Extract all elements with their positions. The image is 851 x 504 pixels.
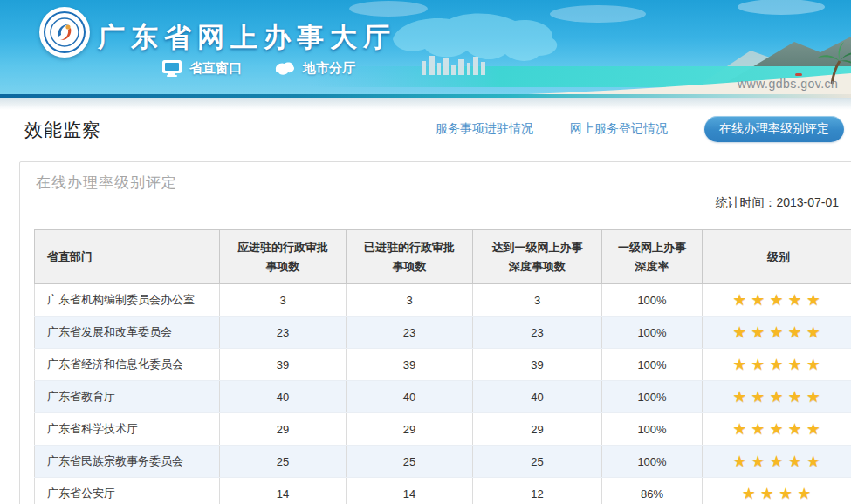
nav-item-label: 地市分厅 — [303, 60, 355, 77]
star-icons: ★★★★★ — [732, 388, 825, 405]
dept-cell: 广东省教育厅 — [35, 381, 220, 413]
reached-cell: 3 — [473, 284, 602, 317]
should-enter-cell: 3 — [220, 284, 347, 317]
site-title: 广东省网上办事大厅 — [98, 19, 396, 56]
rate-cell: 86% — [602, 478, 703, 504]
stat-time: 统计时间：2013-07-01 — [20, 195, 839, 211]
entered-cell: 14 — [347, 478, 473, 504]
dept-cell: 广东省经济和信息化委员会 — [35, 349, 220, 381]
reached-cell: 12 — [473, 478, 602, 504]
should-enter-cell: 14 — [220, 478, 347, 504]
entered-cell: 39 — [347, 349, 473, 381]
col-header-depth-rate: 一级网上办事 深度率 — [602, 230, 703, 284]
rate-cell: 100% — [602, 413, 703, 446]
star-icons: ★★★★★ — [732, 291, 825, 309]
star-icons: ★★★★★ — [732, 356, 825, 373]
table-row: 广东省发展和改革委员会232323100%★★★★★ — [35, 317, 851, 349]
table-row: 广东省民族宗教事务委员会252525100%★★★★★ — [35, 446, 851, 478]
rate-cell: 100% — [602, 284, 703, 317]
should-enter-cell: 25 — [220, 446, 347, 478]
nav-item-label: 省直窗口 — [189, 60, 242, 77]
table-body: 广东省机构编制委员会办公室333100%★★★★★广东省发展和改革委员会2323… — [35, 284, 851, 504]
star-rating-cell: ★★★★★ — [703, 349, 851, 381]
reached-cell: 23 — [473, 317, 602, 349]
panel-title: 在线办理率级别评定 — [36, 173, 177, 193]
rating-table: 省直部门 应进驻的行政审批 事项数 已进驻的行政审批 事项数 达到一级网上办事 … — [34, 229, 851, 504]
tab-online-rate-rating-active[interactable]: 在线办理率级别评定 — [704, 116, 844, 142]
section-tabs: 服务事项进驻情况 网上服务登记情况 在线办理率级别评定 — [436, 117, 844, 141]
col-header-level: 级别 — [703, 230, 851, 284]
star-rating-cell: ★★★★★ — [703, 413, 851, 446]
entered-cell: 23 — [347, 317, 473, 349]
star-icons: ★★★★★ — [732, 420, 825, 438]
col-header-should-enter: 应进驻的行政审批 事项数 — [220, 230, 347, 284]
star-icons: ★★★★★ — [732, 324, 825, 341]
reached-cell: 29 — [473, 413, 602, 446]
dept-cell: 广东省公安厅 — [35, 478, 220, 504]
star-rating-cell: ★★★★ — [703, 478, 851, 504]
reached-cell: 25 — [473, 446, 602, 478]
star-rating-cell: ★★★★★ — [703, 381, 851, 413]
nav-item-city-branch[interactable]: 地市分厅 — [273, 59, 355, 77]
dept-cell: 广东省科学技术厅 — [35, 413, 220, 446]
star-rating-cell: ★★★★★ — [703, 446, 851, 478]
page-title: 效能监察 — [24, 118, 101, 142]
tab-online-registration-status[interactable]: 网上服务登记情况 — [570, 121, 668, 137]
map-icon — [273, 59, 296, 77]
dept-cell: 广东省民族宗教事务委员会 — [35, 446, 220, 478]
table-row: 广东省教育厅404040100%★★★★★ — [35, 381, 851, 413]
col-header-department: 省直部门 — [35, 230, 220, 284]
entered-cell: 3 — [347, 284, 473, 317]
rate-cell: 100% — [602, 446, 703, 478]
banner-nav: 省直窗口 地市分厅 — [161, 59, 355, 77]
stat-time-value: 2013-07-01 — [776, 195, 839, 209]
entered-cell: 25 — [347, 446, 473, 478]
monitor-icon — [161, 59, 182, 77]
star-rating-cell: ★★★★★ — [703, 317, 851, 349]
table-row: 广东省经济和信息化委员会393939100%★★★★★ — [35, 349, 851, 381]
table-row: 广东省公安厅14141286%★★★★ — [35, 478, 851, 504]
rate-cell: 100% — [602, 317, 703, 349]
star-icons: ★★★★★ — [732, 453, 825, 470]
dept-cell: 广东省机构编制委员会办公室 — [35, 284, 220, 317]
entered-cell: 40 — [347, 381, 473, 413]
rate-cell: 100% — [602, 381, 703, 413]
dept-cell: 广东省发展和改革委员会 — [35, 317, 220, 349]
should-enter-cell: 29 — [220, 413, 347, 446]
banner-fade — [0, 98, 851, 110]
reached-cell: 39 — [473, 349, 602, 381]
site-banner: 广东省网上办事大厅 省直窗口 地市分厅 www.gdbs.gov.cn — [0, 0, 851, 94]
page: 广东省网上办事大厅 省直窗口 地市分厅 www.gdbs.gov.cn — [0, 0, 851, 504]
col-header-entered: 已进驻的行政审批 事项数 — [347, 230, 473, 284]
should-enter-cell: 23 — [220, 317, 347, 349]
star-rating-cell: ★★★★★ — [703, 284, 851, 317]
logo-swirl-icon — [50, 17, 79, 47]
table-header-row: 省直部门 应进驻的行政审批 事项数 已进驻的行政审批 事项数 达到一级网上办事 … — [35, 230, 851, 284]
star-icons: ★★★★ — [742, 485, 816, 502]
nav-item-provincial-window[interactable]: 省直窗口 — [161, 59, 242, 77]
rating-panel: 在线办理率级别评定 统计时间：2013-07-01 省直部门 应进驻的行政审批 … — [19, 161, 851, 504]
should-enter-cell: 40 — [220, 381, 347, 413]
col-header-reached-level1: 达到一级网上办事 深度事项数 — [473, 230, 602, 284]
entered-cell: 29 — [347, 413, 473, 446]
site-url-text: www.gdbs.gov.cn — [738, 77, 838, 91]
reached-cell: 40 — [473, 381, 602, 413]
table-row: 广东省机构编制委员会办公室333100%★★★★★ — [35, 284, 851, 317]
should-enter-cell: 39 — [220, 349, 347, 381]
tab-service-entry-status[interactable]: 服务事项进驻情况 — [436, 121, 533, 137]
rate-cell: 100% — [602, 349, 703, 381]
site-logo — [39, 7, 90, 58]
stat-time-label: 统计时间： — [715, 195, 776, 209]
table-row: 广东省科学技术厅292929100%★★★★★ — [35, 413, 851, 446]
